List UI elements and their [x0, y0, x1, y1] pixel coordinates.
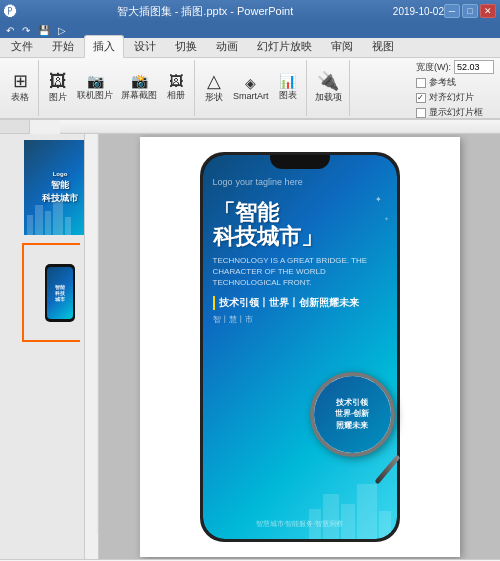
ruler-area: // Rendered as static SVG lines [0, 120, 500, 134]
title-bar-left: 🅟 [4, 4, 17, 19]
building-r5 [379, 511, 391, 539]
chart-label: 图表 [279, 89, 297, 102]
slide-canvas[interactable]: Logo your tagline here 「智能科技城市」 TECHNOLO… [140, 137, 460, 557]
canvas-area: Logo your tagline here 「智能科技城市」 TECHNOLO… [99, 134, 500, 559]
ruler-svg: // Rendered as static SVG lines [60, 120, 500, 134]
tab-animation[interactable]: 动画 [207, 35, 247, 57]
magnifier: 技术引领世界·创新照耀未来 [310, 372, 395, 457]
tab-transition[interactable]: 切换 [166, 35, 206, 57]
phone-notch [270, 155, 330, 169]
screenshot-label: 屏幕截图 [121, 89, 157, 102]
tab-design[interactable]: 设计 [125, 35, 165, 57]
building-r3 [341, 504, 355, 539]
screenshot-button[interactable]: 📸 屏幕截图 [118, 72, 160, 104]
magnifier-content: 技术引领世界·创新照耀未来 [314, 376, 391, 453]
table-button[interactable]: ⊞ 表格 [6, 70, 34, 106]
building-r1 [309, 509, 321, 539]
addins-label: 加载项 [315, 91, 342, 104]
maximize-button[interactable]: □ [462, 4, 478, 18]
close-button[interactable]: ✕ [480, 4, 496, 18]
slide-thumb-1-inner: Logo 智能科技城市 [24, 140, 85, 235]
tab-insert[interactable]: 插入 [84, 35, 124, 58]
date-display: 2019-10-02 [393, 6, 444, 17]
checkbox-frame[interactable] [416, 108, 426, 118]
insert-toolbar: ⊞ 表格 🖼 图片 📷 联机图片 📸 屏幕截图 🖼 相册 △ 形状 ◈ Smar [0, 58, 500, 120]
online-picture-button[interactable]: 📷 联机图片 [74, 72, 116, 104]
slide-2-phone: 智能科技城市 [45, 264, 75, 322]
slide-thumb-1[interactable]: Logo 智能科技城市 [22, 138, 80, 237]
checkbox-align[interactable] [416, 93, 426, 103]
checkbox-frame-label: 显示幻灯片框 [429, 106, 483, 119]
deco-star-1: ✦ [375, 195, 382, 204]
slide-bg: Logo your tagline here 「智能科技城市」 TECHNOLO… [140, 137, 460, 557]
width-input[interactable] [454, 60, 494, 74]
phone-highlight: 技术引领丨世界丨创新照耀未来 [213, 296, 387, 310]
phone-main-title: 「智能科技城市」 [213, 201, 387, 249]
table-icon: ⊞ [13, 72, 28, 90]
album-label: 相册 [167, 89, 185, 102]
magnifier-text: 技术引领世界·创新照耀未来 [331, 393, 373, 435]
phone-screen: Logo your tagline here 「智能科技城市」 TECHNOLO… [203, 155, 397, 539]
slide-2-phone-screen: 智能科技城市 [47, 267, 73, 319]
checkbox-guideline[interactable] [416, 78, 426, 88]
checkbox-row-1: 参考线 [416, 76, 494, 89]
checkbox-align-label: 对齐幻灯片 [429, 91, 474, 104]
tab-slideshow[interactable]: 幻灯片放映 [248, 35, 321, 57]
checkbox-row-3: 显示幻灯片框 [416, 106, 494, 119]
building-r2 [323, 494, 339, 539]
building-1 [27, 215, 33, 235]
slide-thumb-2-inner: 智能科技城市 [24, 245, 85, 340]
vertical-ruler [85, 134, 99, 559]
phone-mockup: Logo your tagline here 「智能科技城市」 TECHNOLO… [200, 152, 400, 542]
picture-button[interactable]: 🖼 图片 [44, 70, 72, 106]
smartart-button[interactable]: ◈ SmartArt [230, 74, 272, 103]
checkbox-guideline-label: 参考线 [429, 76, 456, 89]
chart-icon: 📊 [279, 74, 296, 88]
album-button[interactable]: 🖼 相册 [162, 72, 190, 104]
right-options-panel: 宽度(W): 参考线 对齐幻灯片 显示幻灯片框 [416, 60, 498, 116]
building-2 [35, 205, 43, 235]
online-picture-icon: 📷 [87, 74, 104, 88]
magnifier-container: 技术引领世界·创新照耀未来 [310, 372, 395, 457]
minimize-button[interactable]: ─ [444, 4, 460, 18]
tab-view[interactable]: 视图 [363, 35, 403, 57]
smartart-icon: ◈ [245, 76, 256, 90]
checkbox-row-2: 对齐幻灯片 [416, 91, 494, 104]
slide-2-phone-text: 智能科技城市 [53, 282, 67, 304]
album-icon: 🖼 [169, 74, 183, 88]
main-area: 1 Logo 智能科技城市 [0, 134, 500, 559]
width-label: 宽度(W): [416, 61, 451, 74]
phone-subtitle: TECHNOLOGY IS A GREAT BRIDGE. THE CHARAC… [213, 255, 387, 289]
title-text: 智大插图集 - 插图.pptx - PowerPoint [17, 4, 393, 19]
deco-cross: ✚ [215, 235, 221, 243]
addins-icon: 🔌 [317, 72, 339, 90]
toolbar-group-illustration: △ 形状 ◈ SmartArt 📊 图表 [196, 60, 307, 116]
size-row: 宽度(W): [416, 60, 494, 74]
phone-buildings [203, 479, 397, 539]
slide-1-buildings [24, 200, 85, 235]
slide-thumb-2[interactable]: 智能科技城市 [22, 243, 80, 342]
chart-button[interactable]: 📊 图表 [274, 72, 302, 104]
building-r4 [357, 484, 377, 539]
online-picture-label: 联机图片 [77, 89, 113, 102]
phone-logo: Logo your tagline here [213, 175, 387, 187]
title-bar: 🅟 智大插图集 - 插图.pptx - PowerPoint 2019-10-0… [0, 0, 500, 22]
window-controls: ─ □ ✕ [444, 4, 496, 18]
tab-file[interactable]: 文件 [2, 35, 42, 57]
table-label: 表格 [11, 91, 29, 104]
app-icon: 🅟 [4, 4, 17, 19]
ribbon-tabs: 文件 开始 插入 设计 切换 动画 幻灯片放映 审阅 视图 [0, 38, 500, 58]
shape-button[interactable]: △ 形状 [200, 70, 228, 106]
screenshot-icon: 📸 [131, 74, 148, 88]
slide-wrapper: Logo your tagline here 「智能科技城市」 TECHNOLO… [99, 134, 500, 559]
shape-icon: △ [207, 72, 221, 90]
addins-button[interactable]: 🔌 加载项 [312, 70, 345, 106]
tab-review[interactable]: 审阅 [322, 35, 362, 57]
building-4 [53, 200, 63, 235]
smartart-label: SmartArt [233, 91, 269, 101]
ruler-corner [0, 120, 30, 134]
tab-home[interactable]: 开始 [43, 35, 83, 57]
horizontal-ruler: // Rendered as static SVG lines [60, 120, 500, 134]
logo-sub: your tagline here [236, 177, 303, 187]
slide-thumb-container-1: 1 Logo 智能科技城市 [4, 138, 80, 237]
